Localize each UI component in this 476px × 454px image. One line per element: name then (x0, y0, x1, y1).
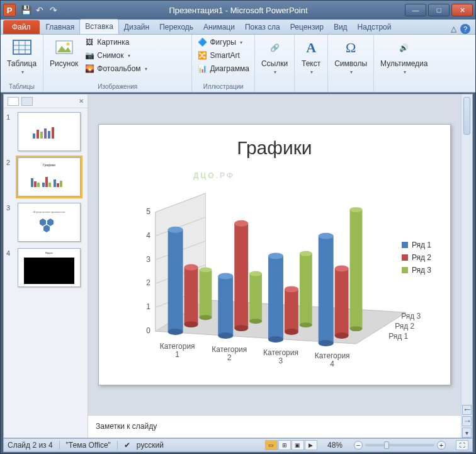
fit-window-button[interactable]: ⛶ (456, 440, 468, 450)
zoom-in-button[interactable]: + (437, 441, 446, 450)
maximize-button[interactable]: □ (428, 4, 450, 16)
svg-point-53 (234, 220, 248, 227)
reading-view-button[interactable]: ▣ (292, 440, 304, 450)
svg-text:Ряд 3: Ряд 3 (401, 312, 421, 321)
svg-point-65 (300, 251, 312, 256)
slide-thumbnails: 1 2Графики 3Штучки всякие правильные 4Ви… (4, 108, 88, 438)
scrollbar-thumb[interactable] (463, 97, 470, 135)
thumbnail-2[interactable]: 2Графики (6, 157, 85, 196)
svg-point-68 (319, 233, 334, 239)
svg-rect-21 (57, 183, 59, 187)
media-button[interactable]: 🔊Мультимедиа▾ (378, 37, 430, 76)
omega-icon: Ω (341, 38, 361, 58)
table-button[interactable]: Таблица ▾ (4, 37, 39, 76)
prev-slide-button[interactable]: ⭠ (462, 405, 472, 415)
vertical-scrollbar[interactable]: ⭠ ⭢ ▾ (461, 94, 472, 438)
svg-rect-73 (350, 210, 363, 329)
slideshow-view-button[interactable]: ▶ (305, 440, 317, 450)
svg-text:4: 4 (330, 360, 334, 368)
svg-rect-58 (268, 256, 283, 339)
tab-review[interactable]: Рецензир (285, 20, 329, 34)
chart-object[interactable]: ДЦО.РФ 012345 (118, 165, 431, 372)
file-tab[interactable]: Файл (3, 20, 40, 34)
svg-rect-15 (34, 181, 37, 187)
svg-point-41 (168, 227, 183, 233)
links-button[interactable]: 🔗Ссылки▾ (259, 37, 290, 76)
notes-pane[interactable]: Заметки к слайду (88, 415, 461, 438)
zoom-thumb[interactable] (384, 441, 389, 449)
chart-svg: 012345 (118, 165, 431, 372)
svg-text:Ряд 2: Ряд 2 (395, 322, 414, 331)
svg-marker-23 (40, 218, 46, 226)
tab-transitions[interactable]: Переходь (154, 20, 198, 34)
sorter-view-button[interactable]: ⊞ (278, 440, 291, 450)
thumbnail-3[interactable]: 3Штучки всякие правильные (6, 203, 85, 242)
panel-close-icon[interactable]: ✕ (79, 98, 84, 105)
screenshot-button[interactable]: 📷Снимок▾ (83, 50, 148, 61)
normal-view-button[interactable]: ▭ (265, 440, 278, 450)
svg-rect-16 (37, 183, 40, 187)
shapes-button[interactable]: 🔷Фигуры▾ (196, 37, 243, 48)
thumbnail-1[interactable]: 1 (6, 112, 85, 151)
svg-text:1: 1 (146, 302, 150, 311)
scroll-down-button[interactable]: ▾ (462, 428, 472, 438)
text-button[interactable]: AТекст▾ (298, 37, 324, 76)
svg-point-42 (168, 329, 183, 335)
zoom-out-button[interactable]: − (354, 441, 363, 450)
theme-indicator[interactable]: "Тема Office" (66, 441, 111, 450)
slide-canvas[interactable]: Графики ДЦО.РФ 012345 (88, 94, 461, 415)
window-controls: — □ ✕ (403, 4, 473, 16)
ribbon-tabs: Файл Главная Вставка Дизайн Переходь Ани… (1, 20, 475, 35)
zoom-track[interactable] (365, 444, 434, 446)
table-icon (12, 38, 32, 58)
spellcheck-icon[interactable]: ✔ (124, 441, 130, 450)
smartart-button[interactable]: 🔀SmartArt (196, 50, 241, 61)
tab-view[interactable]: Вид (329, 20, 353, 34)
slides-tab[interactable] (8, 97, 19, 106)
svg-marker-25 (43, 225, 50, 232)
svg-rect-9 (37, 130, 39, 139)
view-buttons: ▭ ⊞ ▣ ▶ (265, 440, 317, 450)
tab-animations[interactable]: Анимаци (198, 20, 240, 34)
save-icon[interactable]: 💾 (21, 5, 31, 15)
zoom-percent[interactable]: 48% (327, 441, 343, 450)
svg-rect-49 (218, 276, 233, 336)
group-symbols-label (350, 82, 352, 90)
group-text: AТекст▾ (295, 35, 328, 92)
shapes-icon: 🔷 (197, 37, 207, 47)
group-illustrations: 🔷Фигуры▾ 🔀SmartArt 📊Диаграмма Иллюстраци… (192, 35, 254, 92)
picture-button[interactable]: Рисунок (47, 37, 81, 74)
tab-addins[interactable]: Надстрой (353, 20, 397, 34)
next-slide-button[interactable]: ⭢ (462, 416, 472, 426)
symbols-button[interactable]: ΩСимволы▾ (332, 37, 370, 76)
svg-rect-64 (300, 254, 312, 326)
group-links-label (274, 82, 276, 90)
status-bar: Слайд 2 из 4 "Тема Office" ✔ русский ▭ ⊞… (3, 438, 473, 452)
tab-home[interactable]: Главная (41, 20, 80, 34)
chart-legend: Ряд 1 Ряд 2 Ряд 3 (402, 241, 431, 278)
qat-dropdown-icon[interactable]: ▾ (64, 5, 74, 15)
close-button[interactable]: ✕ (451, 4, 473, 16)
slide-title[interactable]: Графики (118, 137, 431, 159)
tab-slideshow[interactable]: Показ сла (240, 20, 285, 34)
current-slide: Графики ДЦО.РФ 012345 (98, 124, 451, 385)
svg-point-47 (199, 268, 212, 273)
photoalbum-button[interactable]: 🌄Фотоальбом▾ (83, 63, 148, 74)
app-icon[interactable]: P (3, 4, 16, 16)
help-icon[interactable]: ? (460, 24, 470, 34)
collapse-ribbon-icon[interactable]: △ (451, 25, 456, 33)
minimize-button[interactable]: — (405, 4, 426, 16)
redo-icon[interactable]: ↷ (48, 5, 59, 15)
outline-tab[interactable] (21, 97, 33, 106)
svg-point-59 (268, 253, 283, 259)
language-indicator[interactable]: русский (137, 441, 164, 450)
tab-design[interactable]: Дизайн (119, 20, 154, 34)
quick-access-toolbar: 💾 ↶ ↷ ▾ (21, 5, 74, 15)
clipart-button[interactable]: 🖼Картинка (83, 37, 148, 48)
tab-insert[interactable]: Вставка (79, 19, 119, 34)
svg-point-7 (66, 43, 69, 46)
undo-icon[interactable]: ↶ (35, 5, 45, 15)
workspace: ✕ 1 2Графики 3Штучки всякие правильные 4… (3, 94, 473, 438)
thumbnail-4[interactable]: 4Видео (6, 248, 85, 287)
chart-button[interactable]: 📊Диаграмма (196, 63, 250, 74)
